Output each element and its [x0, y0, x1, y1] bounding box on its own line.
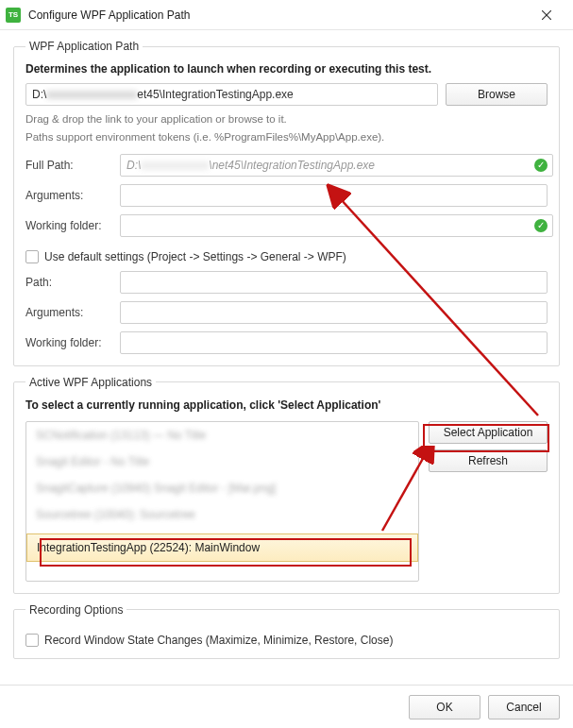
annotation-arrow — [373, 446, 439, 540]
close-icon — [542, 10, 551, 20]
window-title: Configure WPF Application Path — [28, 8, 528, 22]
refresh-button[interactable]: Refresh — [429, 449, 548, 472]
use-default-checkbox[interactable] — [25, 250, 39, 263]
helper-tokens: Paths support environment tokens (i.e. %… — [25, 129, 548, 145]
app-path-suffix: et45\IntegrationTestingApp.exe — [137, 88, 293, 101]
record-window-state-checkbox[interactable] — [25, 634, 39, 647]
helper-dragdrop: Drag & drop the link to your application… — [25, 111, 548, 127]
dialog-footer: OK Cancel — [0, 685, 573, 728]
default-arguments-label: Arguments: — [25, 306, 120, 319]
ok-button[interactable]: OK — [409, 695, 480, 720]
app-path-prefix: D:\ — [32, 88, 46, 101]
working-folder-label: Working folder: — [25, 219, 120, 232]
app-path-input[interactable]: D:\ xxxxxxxxxxxxxxxx et45\IntegrationTes… — [25, 83, 438, 106]
record-window-state-label: Record Window State Changes (Maximize, M… — [44, 634, 393, 647]
list-item[interactable]: Sourcetree (10040): Sourcetree — [26, 501, 418, 528]
full-path-label: Full Path: — [25, 159, 120, 172]
app-list[interactable]: SCNotification (13113) — No Title Snagit… — [25, 421, 419, 582]
svg-line-3 — [382, 455, 425, 531]
annotation-arrow — [321, 170, 566, 434]
path-description: Determines the application to launch whe… — [25, 62, 548, 76]
list-item[interactable]: SnagitCapture (10940) Snagit Editor - [M… — [26, 475, 418, 501]
use-default-label: Use default settings (Project -> Setting… — [44, 250, 346, 263]
titlebar: TS Configure WPF Application Path — [0, 0, 573, 30]
group-recording-options: Recording Options Record Window State Ch… — [13, 603, 560, 659]
app-path-redacted: xxxxxxxxxxxxxxxx — [46, 88, 137, 101]
svg-line-2 — [340, 198, 538, 415]
close-button[interactable] — [528, 2, 565, 28]
default-working-label: Working folder: — [25, 336, 120, 349]
group-recording-legend: Recording Options — [25, 603, 126, 617]
group-wpf-path-legend: WPF Application Path — [25, 40, 143, 53]
group-active-legend: Active WPF Applications — [25, 376, 156, 389]
arguments-label: Arguments: — [25, 189, 120, 202]
cancel-button[interactable]: Cancel — [488, 695, 560, 720]
list-item-selected[interactable]: IntegrationTestingApp (22524): MainWindo… — [26, 533, 418, 562]
browse-button[interactable]: Browse — [446, 83, 548, 106]
app-icon: TS — [6, 8, 21, 23]
default-path-label: Path: — [25, 276, 120, 289]
list-item[interactable]: Snagit Editor - No Title — [26, 449, 418, 475]
